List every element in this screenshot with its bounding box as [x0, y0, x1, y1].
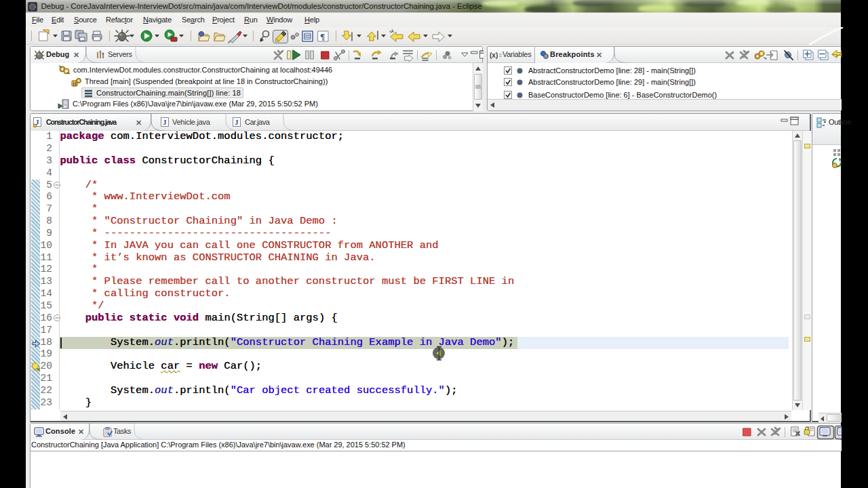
svg-text:J: J [163, 118, 167, 126]
svg-text:(x): (x) [490, 52, 498, 59]
svg-text:J: J [235, 118, 239, 126]
svg-text:¶: ¶ [320, 31, 325, 41]
